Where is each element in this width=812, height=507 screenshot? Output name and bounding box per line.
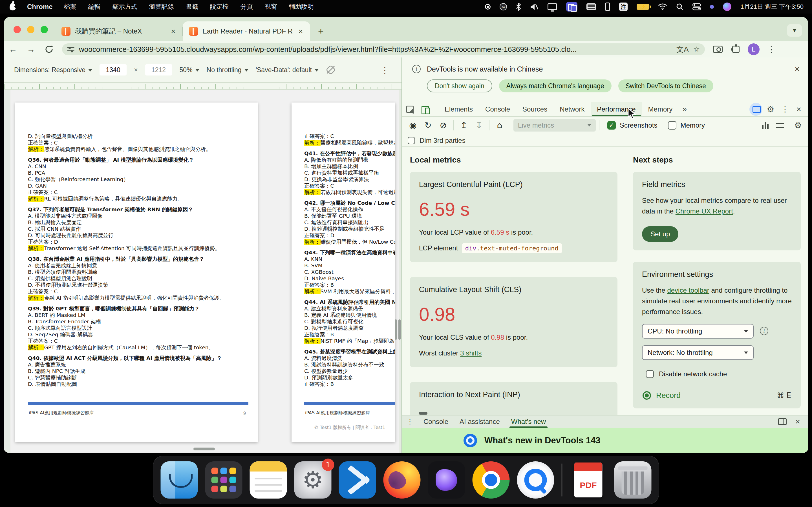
display-icon[interactable] bbox=[548, 3, 557, 10]
menubar-menu-item[interactable]: 檔案 bbox=[64, 3, 77, 11]
cpu-throttling-select[interactable]: CPU: No throttling bbox=[642, 324, 754, 339]
address-bar[interactable]: woocommerce-163699-5955105.cloudwaysapps… bbox=[62, 43, 705, 55]
site-settings-icon[interactable] bbox=[67, 47, 74, 52]
inspect-element-icon[interactable] bbox=[406, 106, 414, 113]
split-panel-icon[interactable] bbox=[778, 418, 786, 425]
pdf-viewer[interactable]: D. 詞向量模型與圖結構分析正確答案：C解析：感知系統負責資料輸入，包含聲音、圖… bbox=[10, 90, 399, 453]
screen-record-icon[interactable] bbox=[485, 4, 491, 10]
battery-icon[interactable]: ⚡ bbox=[637, 4, 649, 10]
tab-search-chevron-icon[interactable]: ▾ bbox=[787, 24, 802, 37]
record-icon[interactable]: ◉ bbox=[406, 119, 419, 132]
iphone-mirroring-icon[interactable] bbox=[605, 3, 610, 11]
browser-menu-icon[interactable]: ⋮ bbox=[762, 43, 780, 55]
camera-share-icon[interactable] bbox=[713, 46, 723, 53]
apple-icon[interactable] bbox=[10, 3, 16, 10]
mute-icon[interactable] bbox=[530, 3, 539, 10]
screencast-icon[interactable] bbox=[749, 103, 762, 116]
viewport-height-input[interactable]: 1212 bbox=[145, 64, 172, 75]
viewport-width-input[interactable]: 1340 bbox=[100, 64, 126, 75]
capture-settings-gear-icon[interactable]: ⚙ bbox=[792, 120, 804, 130]
devtools-tab[interactable]: Network bbox=[553, 102, 591, 116]
trash-dock-icon[interactable] bbox=[614, 461, 652, 499]
profile-avatar[interactable]: L bbox=[748, 43, 760, 55]
home-icon[interactable]: ⌂ bbox=[493, 119, 506, 132]
disable-cache-checkbox[interactable]: Disable network cache bbox=[646, 370, 792, 378]
record-bar[interactable]: Record ⌘ E bbox=[633, 383, 801, 408]
load-profile-icon[interactable]: ↥ bbox=[457, 119, 470, 132]
menubar-menu-item[interactable]: 瀏覽記錄 bbox=[149, 3, 174, 11]
forward-button[interactable]: → bbox=[22, 43, 40, 55]
switch-chinese-button[interactable]: Switch DevTools to Chinese bbox=[618, 79, 713, 93]
memory-checkbox[interactable]: Memory bbox=[668, 121, 705, 129]
menubar-menu-item[interactable]: 顯示方式 bbox=[112, 3, 137, 11]
match-language-button[interactable]: Always match Chrome's language bbox=[499, 79, 612, 93]
quicktime-dock-icon[interactable] bbox=[517, 461, 554, 499]
clear-icon[interactable]: ⊘ bbox=[437, 119, 450, 132]
throttling-select[interactable]: No throttling bbox=[207, 66, 248, 74]
drawer-tab[interactable]: Console× bbox=[418, 415, 454, 428]
record-and-reload-icon[interactable]: ↻ bbox=[421, 119, 435, 132]
close-devtools-icon[interactable]: × bbox=[794, 105, 804, 114]
drawer-menu-icon[interactable]: ⋮ bbox=[402, 418, 418, 426]
menubar-menu-item[interactable]: 書籤 bbox=[186, 3, 198, 11]
finder-dock-icon[interactable] bbox=[161, 461, 198, 499]
spotlight-icon[interactable] bbox=[676, 3, 683, 10]
translate-icon[interactable]: 文A bbox=[676, 45, 689, 54]
zoom-window-button[interactable] bbox=[41, 26, 48, 33]
wifi-icon[interactable] bbox=[658, 3, 667, 10]
close-drawer-icon[interactable]: × bbox=[792, 417, 803, 427]
viewport-resize-handle-bottom[interactable] bbox=[193, 448, 215, 450]
shifts-link[interactable]: 3 shifts bbox=[460, 349, 481, 357]
notes-dock-icon[interactable] bbox=[250, 461, 287, 499]
screenshots-checkbox[interactable]: ✓Screenshots bbox=[607, 121, 657, 129]
set-up-button[interactable]: Set up bbox=[642, 226, 678, 242]
screen-mirroring-icon[interactable] bbox=[566, 2, 577, 11]
drawer-tab[interactable]: AI assistance× bbox=[454, 415, 506, 428]
adobe-cc-icon[interactable]: ∞ bbox=[500, 3, 507, 10]
chrome-dock-icon[interactable] bbox=[472, 461, 510, 499]
input-method-icon[interactable]: 注 bbox=[619, 3, 627, 11]
devtools-menu-icon[interactable]: ⋮ bbox=[779, 105, 791, 114]
menubar-app-name[interactable]: Chrome bbox=[27, 3, 53, 11]
menubar-menu-item[interactable]: 編輯 bbox=[88, 3, 101, 11]
device-toolbar-link[interactable]: device toolbar bbox=[667, 286, 709, 294]
devtools-tab[interactable]: Console bbox=[479, 102, 516, 116]
lcp-element-code[interactable]: div.text-muted-foreground bbox=[462, 243, 562, 253]
viewport-resize-handle-right[interactable] bbox=[395, 320, 401, 340]
control-center-icon[interactable] bbox=[693, 3, 701, 10]
new-tab-button[interactable]: + bbox=[313, 23, 329, 39]
network-throttling-select[interactable]: Network: No throttling bbox=[642, 345, 754, 360]
screen-rotation-icon[interactable] bbox=[326, 65, 336, 75]
system-settings-dock-icon[interactable]: ⚙ 1 bbox=[294, 461, 332, 499]
tab-close-icon[interactable]: × bbox=[297, 27, 304, 36]
menubar-menu-item[interactable]: 視窗 bbox=[265, 3, 277, 11]
dont-show-again-button[interactable]: Don't show again bbox=[427, 79, 492, 93]
drawer-tab[interactable]: What's new× bbox=[506, 415, 552, 428]
siri-icon[interactable] bbox=[723, 3, 731, 11]
accessibility-dot-icon[interactable] bbox=[710, 5, 714, 9]
devtools-tab[interactable]: Sources bbox=[516, 102, 553, 116]
dim-third-parties-label[interactable]: Dim 3rd parties bbox=[419, 136, 465, 145]
browser-tab[interactable]: Earth Reader - Natural PDF Re × bbox=[183, 21, 310, 41]
launchpad-dock-icon[interactable] bbox=[205, 461, 243, 499]
back-button[interactable]: ← bbox=[4, 43, 22, 55]
extensions-icon[interactable] bbox=[732, 46, 740, 53]
zoom-select[interactable]: 50% bbox=[180, 66, 199, 74]
save-profile-icon[interactable]: ↧ bbox=[472, 119, 486, 132]
checkbox-unchecked-icon[interactable] bbox=[408, 137, 415, 144]
bluetooth-icon[interactable] bbox=[516, 3, 521, 11]
keyboard-brightness-icon[interactable] bbox=[587, 3, 596, 10]
live-metrics-select[interactable]: Live metrics bbox=[513, 119, 596, 131]
tab-close-icon[interactable]: × bbox=[170, 27, 176, 36]
menubar-menu-item[interactable]: 輔助說明 bbox=[289, 3, 314, 11]
minimize-window-button[interactable] bbox=[27, 26, 35, 33]
menubar-menu-item[interactable]: 設定檔 bbox=[210, 3, 229, 11]
vscode-dock-icon[interactable] bbox=[339, 461, 376, 499]
close-window-button[interactable] bbox=[13, 26, 21, 33]
firefox-dock-icon[interactable] bbox=[384, 461, 421, 499]
devtools-tab[interactable]: Memory bbox=[642, 102, 679, 116]
url-text[interactable]: woocommerce-163699-5955105.cloudwaysapps… bbox=[79, 45, 672, 54]
settings-gear-icon[interactable]: ⚙ bbox=[765, 104, 777, 114]
save-data-select[interactable]: 'Save-Data': default bbox=[256, 66, 319, 74]
browser-tab[interactable]: 我購買的筆記 – NoteX × bbox=[55, 21, 183, 41]
